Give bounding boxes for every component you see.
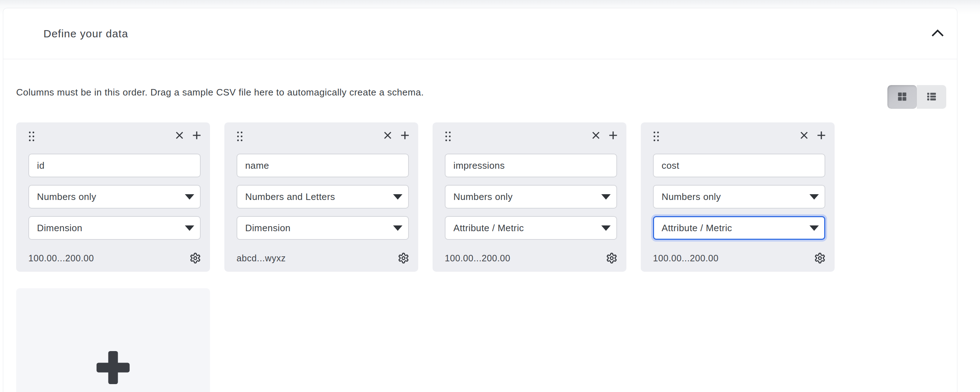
plus-icon [191,130,202,142]
plus-icon [399,130,410,142]
column-card: Numbers only Attribute / Metric 100.00..… [433,123,627,272]
column-name-input[interactable] [237,154,409,177]
remove-column-button[interactable] [173,130,186,142]
column-card: Numbers only Attribute / Metric 100.00..… [641,123,835,272]
column-role-select[interactable]: Dimension [237,216,409,240]
column-type-value: Numbers only [37,191,96,202]
plus-icon [608,130,619,142]
gear-icon [189,252,202,266]
column-role-select[interactable]: Attribute / Metric [445,216,617,240]
gear-icon [605,252,618,266]
remove-column-button[interactable] [382,130,394,142]
sample-value: 100.00...200.00 [445,253,511,263]
column-type-select[interactable]: Numbers only [29,185,200,209]
drag-handle[interactable] [444,130,455,144]
sample-value: abcd...wyxz [237,253,286,263]
chevron-down-icon [393,194,402,199]
column-settings-button[interactable] [188,252,202,265]
column-name-input[interactable] [445,154,617,177]
drag-dots-icon [236,131,244,144]
x-icon [590,130,601,142]
x-icon [174,130,185,142]
column-role-value: Dimension [37,223,82,234]
x-icon [799,130,810,142]
column-role-value: Dimension [245,223,290,234]
column-type-select[interactable]: Numbers only [445,185,617,209]
gear-icon [813,252,826,266]
grid-view-button[interactable] [888,85,917,109]
drag-handle[interactable] [28,130,38,144]
column-role-value: Attribute / Metric [453,223,524,234]
define-data-panel: Define your data Columns must be in this… [3,8,958,392]
column-type-value: Numbers only [662,191,721,202]
panel-title: Define your data [43,28,128,40]
sample-value: 100.00...200.00 [29,253,94,263]
grid-icon [896,91,908,104]
column-card: Numbers only Dimension 100.00...200.00 [16,123,210,272]
drag-handle[interactable] [236,130,247,144]
drag-dots-icon [28,131,35,144]
view-toggle [888,85,946,109]
column-role-select[interactable]: Attribute / Metric [653,216,825,240]
column-name-input[interactable] [653,154,825,177]
column-settings-button[interactable] [605,252,619,265]
plus-icon [96,351,130,386]
remove-column-button[interactable] [798,130,810,142]
column-type-value: Numbers and Letters [245,191,335,202]
list-view-button[interactable] [917,85,946,109]
column-type-value: Numbers only [453,191,512,202]
panel-header: Define your data [3,8,957,59]
plus-icon [816,130,827,142]
gear-icon [397,252,410,266]
instructions-text: Columns must be in this order. Drag a sa… [16,87,424,98]
chevron-down-icon [810,225,819,231]
remove-column-button[interactable] [590,130,602,142]
list-icon [926,91,938,104]
add-column-card[interactable] [16,288,210,392]
drag-dots-icon [652,131,660,144]
chevron-down-icon [601,194,611,199]
add-column-after-button[interactable] [815,130,827,142]
panel-content: Columns must be in this order. Drag a sa… [3,59,957,392]
column-card: Numbers and Letters Dimension abcd...wyx… [224,123,418,272]
sample-value: 100.00...200.00 [653,253,719,263]
column-settings-button[interactable] [813,252,827,265]
add-column-after-button[interactable] [399,130,411,142]
column-role-value: Attribute / Metric [662,223,732,234]
columns-grid: Numbers only Dimension 100.00...200.00 [16,123,835,272]
add-column-after-button[interactable] [607,130,619,142]
add-column-after-button[interactable] [191,130,203,142]
column-name-input[interactable] [29,154,200,177]
drag-handle[interactable] [652,130,663,144]
collapse-button[interactable] [928,24,948,44]
chevron-down-icon [185,225,194,231]
column-type-select[interactable]: Numbers and Letters [237,185,409,209]
chevron-up-icon [931,29,945,39]
chevron-down-icon [810,194,819,199]
column-settings-button[interactable] [397,252,410,265]
chevron-down-icon [393,225,402,231]
chevron-down-icon [601,225,611,231]
drag-dots-icon [444,131,452,144]
column-type-select[interactable]: Numbers only [653,185,825,209]
chevron-down-icon [185,194,194,199]
column-role-select[interactable]: Dimension [29,216,200,240]
x-icon [382,130,393,142]
